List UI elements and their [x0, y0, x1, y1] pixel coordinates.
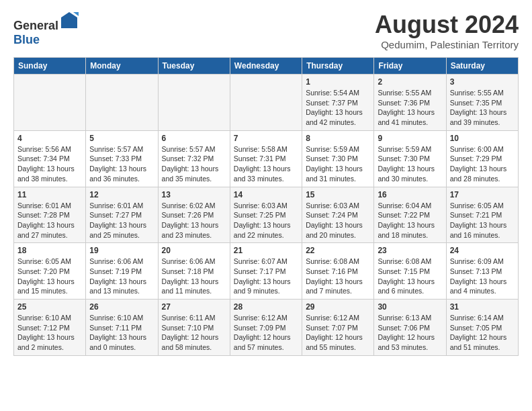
day-info: Sunrise: 6:09 AMSunset: 7:13 PMDaylight:…	[450, 257, 515, 296]
calendar-cell: 19Sunrise: 6:06 AMSunset: 7:19 PMDayligh…	[86, 243, 158, 300]
calendar-cell	[158, 75, 230, 131]
day-info: Sunrise: 6:11 AMSunset: 7:10 PMDaylight:…	[162, 313, 226, 353]
day-info: Sunrise: 5:56 AMSunset: 7:34 PMDaylight:…	[17, 144, 82, 184]
day-info: Sunrise: 6:01 AMSunset: 7:27 PMDaylight:…	[89, 201, 154, 240]
day-info: Sunrise: 6:10 AMSunset: 7:12 PMDaylight:…	[17, 313, 82, 353]
day-info: Sunrise: 6:07 AMSunset: 7:17 PMDaylight:…	[234, 257, 298, 296]
day-number: 15	[306, 190, 370, 199]
subtitle: Qedumim, Palestinian Territory	[375, 39, 519, 50]
calendar-cell: 3Sunrise: 5:55 AMSunset: 7:35 PMDaylight…	[446, 75, 518, 131]
calendar-cell	[14, 75, 86, 131]
calendar-cell: 15Sunrise: 6:03 AMSunset: 7:24 PMDayligh…	[302, 187, 374, 243]
day-number: 20	[162, 246, 226, 255]
calendar-week-row: 11Sunrise: 6:01 AMSunset: 7:28 PMDayligh…	[14, 187, 519, 243]
main-title: August 2024	[375, 11, 519, 39]
calendar-cell: 11Sunrise: 6:01 AMSunset: 7:28 PMDayligh…	[14, 187, 86, 243]
day-number: 10	[450, 134, 515, 143]
weekday-header-row: SundayMondayTuesdayWednesdayThursdayFrid…	[14, 58, 519, 75]
day-number: 29	[306, 302, 370, 312]
day-info: Sunrise: 6:05 AMSunset: 7:20 PMDaylight:…	[17, 257, 82, 296]
calendar-cell: 29Sunrise: 6:12 AMSunset: 7:07 PMDayligh…	[302, 300, 374, 356]
page-header: General Blue August 2024 Qedumim, Palest…	[13, 11, 519, 50]
day-info: Sunrise: 5:57 AMSunset: 7:32 PMDaylight:…	[162, 144, 226, 184]
calendar-cell: 30Sunrise: 6:13 AMSunset: 7:06 PMDayligh…	[374, 300, 446, 356]
day-number: 24	[450, 246, 515, 255]
day-number: 28	[234, 302, 298, 312]
calendar-cell: 26Sunrise: 6:10 AMSunset: 7:11 PMDayligh…	[86, 300, 158, 356]
calendar-cell	[86, 75, 158, 131]
weekday-header-friday: Friday	[374, 58, 446, 75]
day-number: 17	[450, 190, 515, 199]
day-number: 6	[162, 134, 226, 143]
calendar-cell: 16Sunrise: 6:04 AMSunset: 7:22 PMDayligh…	[374, 187, 446, 243]
calendar-cell: 22Sunrise: 6:08 AMSunset: 7:16 PMDayligh…	[302, 243, 374, 300]
weekday-header-saturday: Saturday	[446, 58, 518, 75]
calendar-cell: 8Sunrise: 5:59 AMSunset: 7:30 PMDaylight…	[302, 130, 374, 187]
day-info: Sunrise: 6:03 AMSunset: 7:24 PMDaylight:…	[306, 201, 370, 240]
day-number: 14	[234, 190, 298, 199]
calendar-cell: 13Sunrise: 6:02 AMSunset: 7:26 PMDayligh…	[158, 187, 230, 243]
calendar-cell: 21Sunrise: 6:07 AMSunset: 7:17 PMDayligh…	[230, 243, 302, 300]
calendar-cell: 4Sunrise: 5:56 AMSunset: 7:34 PMDaylight…	[14, 130, 86, 187]
calendar-cell: 1Sunrise: 5:54 AMSunset: 7:37 PMDaylight…	[302, 75, 374, 131]
calendar-cell: 17Sunrise: 6:05 AMSunset: 7:21 PMDayligh…	[446, 187, 518, 243]
title-area: August 2024 Qedumim, Palestinian Territo…	[375, 11, 519, 50]
day-info: Sunrise: 6:08 AMSunset: 7:15 PMDaylight:…	[378, 257, 442, 296]
calendar-cell: 2Sunrise: 5:55 AMSunset: 7:36 PMDaylight…	[374, 75, 446, 131]
day-info: Sunrise: 5:58 AMSunset: 7:31 PMDaylight:…	[234, 144, 298, 184]
weekday-header-wednesday: Wednesday	[230, 58, 302, 75]
day-number: 1	[306, 77, 370, 87]
day-number: 7	[234, 134, 298, 143]
calendar-table: SundayMondayTuesdayWednesdayThursdayFrid…	[13, 57, 519, 356]
day-info: Sunrise: 6:08 AMSunset: 7:16 PMDaylight:…	[306, 257, 370, 296]
calendar-cell: 7Sunrise: 5:58 AMSunset: 7:31 PMDaylight…	[230, 130, 302, 187]
weekday-header-sunday: Sunday	[14, 58, 86, 75]
day-info: Sunrise: 5:57 AMSunset: 7:33 PMDaylight:…	[89, 144, 154, 184]
day-number: 11	[17, 190, 82, 199]
calendar-cell: 6Sunrise: 5:57 AMSunset: 7:32 PMDaylight…	[158, 130, 230, 187]
svg-marker-0	[61, 12, 77, 28]
calendar-cell: 23Sunrise: 6:08 AMSunset: 7:15 PMDayligh…	[374, 243, 446, 300]
day-info: Sunrise: 6:02 AMSunset: 7:26 PMDaylight:…	[162, 201, 226, 240]
day-info: Sunrise: 6:00 AMSunset: 7:29 PMDaylight:…	[450, 144, 515, 184]
day-info: Sunrise: 5:55 AMSunset: 7:35 PMDaylight:…	[450, 88, 515, 128]
calendar-week-row: 25Sunrise: 6:10 AMSunset: 7:12 PMDayligh…	[14, 300, 519, 356]
calendar-body: 1Sunrise: 5:54 AMSunset: 7:37 PMDaylight…	[14, 75, 519, 356]
calendar-cell: 24Sunrise: 6:09 AMSunset: 7:13 PMDayligh…	[446, 243, 518, 300]
day-info: Sunrise: 6:01 AMSunset: 7:28 PMDaylight:…	[17, 201, 82, 240]
calendar-cell: 12Sunrise: 6:01 AMSunset: 7:27 PMDayligh…	[86, 187, 158, 243]
logo-blue-text: Blue	[13, 33, 40, 46]
weekday-header-thursday: Thursday	[302, 58, 374, 75]
day-info: Sunrise: 6:04 AMSunset: 7:22 PMDaylight:…	[378, 201, 442, 240]
day-info: Sunrise: 6:14 AMSunset: 7:05 PMDaylight:…	[450, 313, 515, 353]
day-info: Sunrise: 5:59 AMSunset: 7:30 PMDaylight:…	[378, 144, 442, 184]
calendar-cell	[230, 75, 302, 131]
calendar-week-row: 18Sunrise: 6:05 AMSunset: 7:20 PMDayligh…	[14, 243, 519, 300]
calendar-cell: 9Sunrise: 5:59 AMSunset: 7:30 PMDaylight…	[374, 130, 446, 187]
day-info: Sunrise: 6:12 AMSunset: 7:07 PMDaylight:…	[306, 313, 370, 353]
calendar-cell: 20Sunrise: 6:06 AMSunset: 7:18 PMDayligh…	[158, 243, 230, 300]
day-number: 5	[89, 134, 154, 143]
day-info: Sunrise: 6:12 AMSunset: 7:09 PMDaylight:…	[234, 313, 298, 353]
day-number: 2	[378, 77, 442, 87]
day-number: 13	[162, 190, 226, 199]
day-info: Sunrise: 6:06 AMSunset: 7:19 PMDaylight:…	[89, 257, 154, 296]
day-number: 8	[306, 134, 370, 143]
calendar-cell: 5Sunrise: 5:57 AMSunset: 7:33 PMDaylight…	[86, 130, 158, 187]
calendar-week-row: 1Sunrise: 5:54 AMSunset: 7:37 PMDaylight…	[14, 75, 519, 131]
day-number: 18	[17, 246, 82, 255]
day-info: Sunrise: 6:06 AMSunset: 7:18 PMDaylight:…	[162, 257, 226, 296]
day-number: 3	[450, 77, 515, 87]
day-number: 27	[162, 302, 226, 312]
logo-general-text: General	[13, 19, 58, 32]
day-number: 4	[17, 134, 82, 143]
day-number: 22	[306, 246, 370, 255]
day-number: 30	[378, 302, 442, 312]
day-number: 16	[378, 190, 442, 199]
day-info: Sunrise: 5:59 AMSunset: 7:30 PMDaylight:…	[306, 144, 370, 184]
calendar-week-row: 4Sunrise: 5:56 AMSunset: 7:34 PMDaylight…	[14, 130, 519, 187]
calendar-cell: 10Sunrise: 6:00 AMSunset: 7:29 PMDayligh…	[446, 130, 518, 187]
day-number: 26	[89, 302, 154, 312]
calendar-cell: 27Sunrise: 6:11 AMSunset: 7:10 PMDayligh…	[158, 300, 230, 356]
calendar-cell: 28Sunrise: 6:12 AMSunset: 7:09 PMDayligh…	[230, 300, 302, 356]
